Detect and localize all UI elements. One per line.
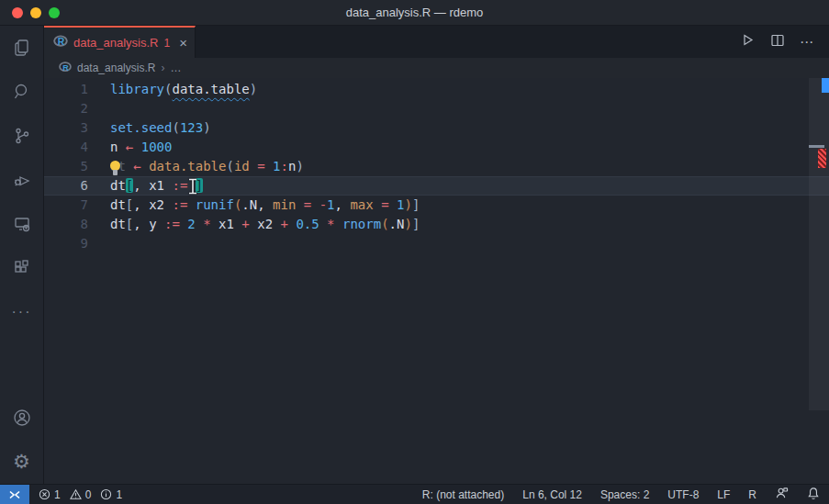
code-token: ) — [404, 217, 411, 231]
line-number: 3 — [44, 118, 88, 138]
line-number: 5 — [44, 157, 88, 176]
code-token: ] — [412, 197, 420, 212]
more-views-icon[interactable]: ··· — [0, 290, 44, 334]
code-lines: 1library(data.table)23set.seed(123)4n ← … — [44, 80, 829, 253]
code-token — [335, 217, 342, 231]
code-token: ) — [203, 120, 210, 135]
code-editor[interactable]: 1library(data.table)23set.seed(123)4n ← … — [44, 78, 829, 484]
code-token: , — [335, 197, 351, 212]
code-token: := — [172, 197, 187, 212]
code-token: = — [304, 197, 311, 212]
r-file-icon-small: R — [59, 61, 72, 76]
eol-sequence[interactable]: LF — [717, 488, 730, 501]
minimize-window-button[interactable] — [30, 7, 41, 18]
error-icon — [39, 488, 50, 500]
code-token: 1000 — [141, 140, 173, 154]
tab-problem-badge: 1 — [164, 37, 171, 50]
code-token: ) — [250, 82, 257, 96]
notifications-bell-icon[interactable] — [807, 487, 820, 503]
code-token: dt — [110, 217, 126, 231]
line-content: n ← 1000 — [110, 138, 172, 157]
vertical-scrollbar[interactable] — [809, 78, 829, 484]
code-line[interactable]: 9 — [44, 234, 829, 253]
remote-indicator[interactable] — [0, 485, 29, 504]
tab-label: data_analysis.R — [73, 36, 159, 50]
code-token: 1 — [327, 197, 334, 212]
lightbulb-icon[interactable] — [108, 161, 122, 176]
problems-summary[interactable]: 1 0 1 — [39, 488, 128, 501]
cursor-position[interactable]: Ln 6, Col 12 — [522, 488, 582, 501]
tab-close-icon[interactable]: × — [179, 35, 187, 50]
code-line[interactable]: 1library(data.table) — [44, 80, 829, 99]
language-mode[interactable]: R — [748, 488, 756, 501]
code-line[interactable]: 6dt[, x1 := ] — [44, 176, 829, 196]
settings-gear-icon[interactable]: ⚙ — [0, 440, 44, 484]
line-number: 2 — [44, 99, 88, 118]
code-token: ) — [404, 197, 411, 212]
code-token: id — [234, 159, 250, 174]
code-line[interactable]: 8dt[, y := 2 * x1 + x2 + 0.5 * rnorm(.N)… — [44, 215, 829, 234]
code-token: ( — [172, 120, 179, 135]
code-token: max — [350, 197, 373, 212]
code-line[interactable]: 4n ← 1000 — [44, 138, 829, 157]
line-number: 8 — [44, 215, 88, 234]
info-icon — [100, 488, 112, 500]
code-token — [319, 217, 327, 231]
feedback-icon[interactable] — [775, 487, 789, 502]
code-token: * — [327, 217, 334, 231]
breadcrumb[interactable]: R data_analysis.R › … — [44, 58, 829, 78]
encoding[interactable]: UTF-8 — [667, 488, 699, 501]
line-content: dt[, y := 2 * x1 + x2 + 0.5 * rnorm(.N)] — [110, 215, 420, 234]
code-line[interactable]: 5dt ← data.table(id = 1:n) — [44, 157, 829, 176]
breadcrumb-symbol[interactable]: … — [170, 62, 181, 74]
account-icon[interactable] — [0, 396, 44, 440]
code-token: n — [110, 140, 126, 154]
code-token: = — [257, 159, 264, 174]
code-token: - — [319, 197, 327, 212]
code-token — [296, 197, 303, 212]
r-session-status[interactable]: R: (not attached) — [422, 488, 504, 501]
code-token — [374, 197, 381, 212]
explorer-icon[interactable] — [0, 26, 44, 70]
overview-cursor-marker — [809, 145, 824, 148]
info-count: 1 — [116, 488, 122, 501]
more-actions-icon[interactable]: ⋯ — [800, 34, 814, 50]
breadcrumb-separator: › — [161, 62, 164, 74]
code-token: dt — [110, 159, 126, 174]
code-line[interactable]: 2 — [44, 99, 829, 118]
code-token: ] — [412, 217, 420, 231]
ibeam-cursor-icon — [188, 178, 197, 200]
source-control-icon[interactable] — [0, 114, 44, 158]
search-icon[interactable] — [0, 70, 44, 114]
close-window-button[interactable] — [12, 7, 23, 18]
code-token: + — [281, 217, 288, 231]
zoom-window-button[interactable] — [49, 7, 60, 18]
line-number: 4 — [44, 138, 88, 157]
code-line[interactable]: 3set.seed(123) — [44, 118, 829, 138]
code-token: dt — [110, 197, 126, 212]
tab-data-analysis[interactable]: R data_analysis.R 1 × — [44, 26, 196, 58]
code-token: x2 — [250, 217, 281, 231]
overview-info-marker — [822, 78, 829, 93]
svg-text:R: R — [58, 37, 65, 47]
line-number: 1 — [44, 80, 88, 99]
scrollbar-slider[interactable] — [809, 78, 829, 410]
status-bar: 1 0 1 R: (not attached) Ln 6, Col 12 Spa… — [0, 484, 829, 504]
run-file-icon[interactable] — [740, 32, 756, 51]
code-token: ) — [296, 159, 303, 174]
code-token: : — [281, 159, 288, 174]
code-token: library — [110, 82, 164, 96]
code-token: .N — [389, 217, 405, 231]
svg-text:R: R — [62, 62, 69, 72]
tab-bar: R data_analysis.R 1 × ⋯ — [44, 26, 829, 58]
line-number: 9 — [44, 234, 88, 253]
split-editor-icon[interactable] — [770, 33, 785, 51]
code-line[interactable]: 7dt[, x2 := runif(.N, min = -1, max = 1)… — [44, 196, 829, 215]
code-token: min — [273, 197, 296, 212]
line-number: 7 — [44, 196, 88, 215]
extensions-icon[interactable] — [0, 246, 44, 290]
breadcrumb-file[interactable]: data_analysis.R — [77, 62, 155, 74]
indentation[interactable]: Spaces: 2 — [600, 488, 649, 501]
remote-explorer-icon[interactable] — [0, 202, 44, 246]
run-debug-icon[interactable] — [0, 158, 44, 202]
